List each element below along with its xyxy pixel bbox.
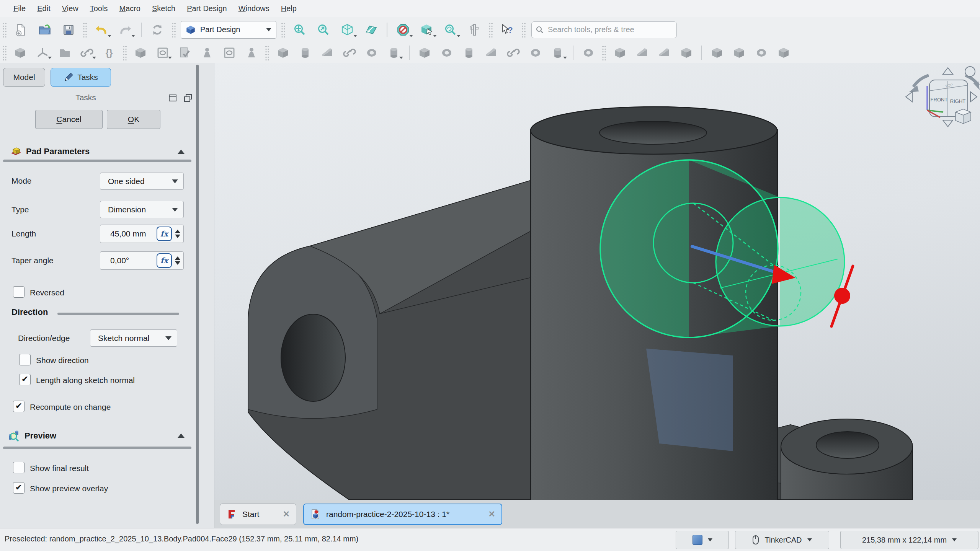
menu-file[interactable]: File xyxy=(8,0,31,17)
subtractive-helix-button[interactable] xyxy=(524,44,547,62)
validate-sketch-button[interactable] xyxy=(174,44,196,62)
nav-up-arrow-icon[interactable] xyxy=(943,68,953,74)
multi-transform-button[interactable] xyxy=(773,44,795,62)
nav-left-arrow-icon[interactable] xyxy=(906,92,912,102)
menu-part-design[interactable]: Part Design xyxy=(181,0,233,17)
fillet-button[interactable] xyxy=(609,44,631,62)
groove-button[interactable] xyxy=(458,44,480,62)
length-input[interactable]: 45,00 mm fx xyxy=(100,225,184,243)
toolbar-drag-handle[interactable] xyxy=(602,45,606,60)
float-window-icon[interactable] xyxy=(184,94,192,102)
search-input[interactable]: Search tools, prefs & tree xyxy=(531,21,677,38)
length-along-normal-checkbox[interactable]: ✔ xyxy=(19,374,31,385)
draft-button[interactable] xyxy=(653,44,675,62)
menu-edit[interactable]: Edit xyxy=(31,0,56,17)
length-drag-handle[interactable] xyxy=(834,288,850,304)
recompute-checkbox[interactable]: ✔ xyxy=(13,401,24,412)
additive-pipe-button[interactable] xyxy=(338,44,361,62)
toolbar-drag-handle[interactable] xyxy=(83,22,87,37)
mirrored-button[interactable] xyxy=(706,44,728,62)
isometric-view-button[interactable] xyxy=(335,20,359,40)
create-group-button[interactable] xyxy=(54,44,76,62)
clipping-plane-button[interactable] xyxy=(391,20,415,40)
collapse-arrow-icon[interactable] xyxy=(178,150,185,154)
spin-up-icon[interactable] xyxy=(175,230,180,233)
show-preview-overlay-checkbox[interactable]: ✔ xyxy=(13,482,24,494)
menu-sketch[interactable]: Sketch xyxy=(146,0,181,17)
expression-editor-button[interactable] xyxy=(98,44,120,62)
linear-pattern-button[interactable] xyxy=(728,44,750,62)
redo-button[interactable] xyxy=(113,20,137,40)
save-document-button[interactable] xyxy=(57,20,80,40)
new-document-button[interactable] xyxy=(9,20,33,40)
create-datum-point-button[interactable] xyxy=(196,44,218,62)
document-tab-active[interactable]: random-practice-2-2025-10-13 : 1* ✕ xyxy=(303,504,502,525)
fit-all-button[interactable] xyxy=(288,20,312,40)
nav-cube-front-label[interactable]: FRONT xyxy=(931,97,948,103)
close-icon[interactable]: ✕ xyxy=(488,509,495,519)
polar-pattern-button[interactable] xyxy=(750,44,773,62)
navigation-style-button[interactable]: TinkerCAD xyxy=(735,531,829,549)
toolbar-drag-handle[interactable] xyxy=(2,22,7,37)
additive-helix-button[interactable] xyxy=(361,44,383,62)
measure-button[interactable] xyxy=(462,20,486,40)
pad-parameters-header[interactable]: Pad Parameters xyxy=(10,146,90,157)
clone-button[interactable] xyxy=(240,44,263,62)
taper-spinner[interactable] xyxy=(175,256,180,265)
type-select[interactable]: Dimension xyxy=(100,201,184,218)
revolution-button[interactable] xyxy=(294,44,316,62)
preview-header[interactable]: Preview xyxy=(8,430,56,442)
view-refresh-button[interactable] xyxy=(439,20,462,40)
nav-cube-right-label[interactable]: RIGHT xyxy=(950,98,966,104)
nav-circle-icon[interactable] xyxy=(965,67,975,77)
ok-button[interactable]: OK xyxy=(107,110,160,129)
mode-select[interactable]: One sided xyxy=(100,173,184,190)
nav-right-arrow-icon[interactable] xyxy=(970,92,977,102)
toolbar-drag-handle[interactable] xyxy=(122,45,127,60)
subtractive-loft-button[interactable] xyxy=(480,44,502,62)
document-tab-start[interactable]: Start ✕ xyxy=(220,504,296,525)
additive-primitive-button[interactable] xyxy=(383,44,405,62)
shape-binder-button[interactable] xyxy=(218,44,240,62)
expression-fx-button[interactable]: fx xyxy=(157,227,172,241)
toolbar-drag-handle[interactable] xyxy=(265,45,270,60)
collapse-arrow-icon[interactable] xyxy=(178,434,185,438)
refresh-button[interactable] xyxy=(145,20,169,40)
zoom-selection-button[interactable] xyxy=(312,20,335,40)
create-datum-button[interactable] xyxy=(31,44,54,62)
menu-view[interactable]: View xyxy=(56,0,84,17)
toolbar-drag-handle[interactable] xyxy=(172,22,176,37)
chamfer-button[interactable] xyxy=(631,44,653,62)
view-sketch-button[interactable] xyxy=(359,20,383,40)
hole-button[interactable] xyxy=(436,44,458,62)
menu-help[interactable]: Help xyxy=(275,0,302,17)
additive-loft-button[interactable] xyxy=(316,44,338,62)
toolbar-drag-handle[interactable] xyxy=(488,22,493,37)
subtractive-pipe-button[interactable] xyxy=(502,44,524,62)
length-spinner[interactable] xyxy=(175,230,180,238)
3d-viewport[interactable]: FRONT RIGHT TOP xyxy=(214,63,980,500)
open-document-button[interactable] xyxy=(33,20,57,40)
rotate-left-arrow-icon[interactable] xyxy=(913,75,929,87)
thickness-button[interactable] xyxy=(675,44,697,62)
navigation-cube[interactable]: FRONT RIGHT TOP xyxy=(906,67,980,127)
whats-this-button[interactable]: ? xyxy=(495,20,519,40)
cancel-button[interactable]: Cancel xyxy=(35,110,103,129)
pad-button[interactable] xyxy=(272,44,294,62)
spin-down-icon[interactable] xyxy=(175,261,180,265)
toolbar-drag-handle[interactable] xyxy=(281,22,286,37)
reversed-checkbox[interactable] xyxy=(13,286,24,298)
subtractive-primitive-button[interactable] xyxy=(547,44,569,62)
menu-tools[interactable]: Tools xyxy=(84,0,114,17)
dock-window-icon[interactable] xyxy=(168,94,177,102)
close-icon[interactable]: ✕ xyxy=(283,509,290,519)
view-dimensions-button[interactable]: 215,38 mm x 122,14 mm xyxy=(840,531,978,549)
undo-button[interactable] xyxy=(90,20,113,40)
direction-edge-select[interactable]: Sketch normal xyxy=(90,329,177,347)
panel-scrollbar[interactable] xyxy=(196,65,199,524)
panel-tab-tasks[interactable]: Tasks xyxy=(51,68,111,87)
spin-down-icon[interactable] xyxy=(175,235,180,238)
create-body-alt-button[interactable] xyxy=(129,44,152,62)
taper-angle-input[interactable]: 0,00° fx xyxy=(100,251,184,270)
create-link-button[interactable] xyxy=(76,44,98,62)
